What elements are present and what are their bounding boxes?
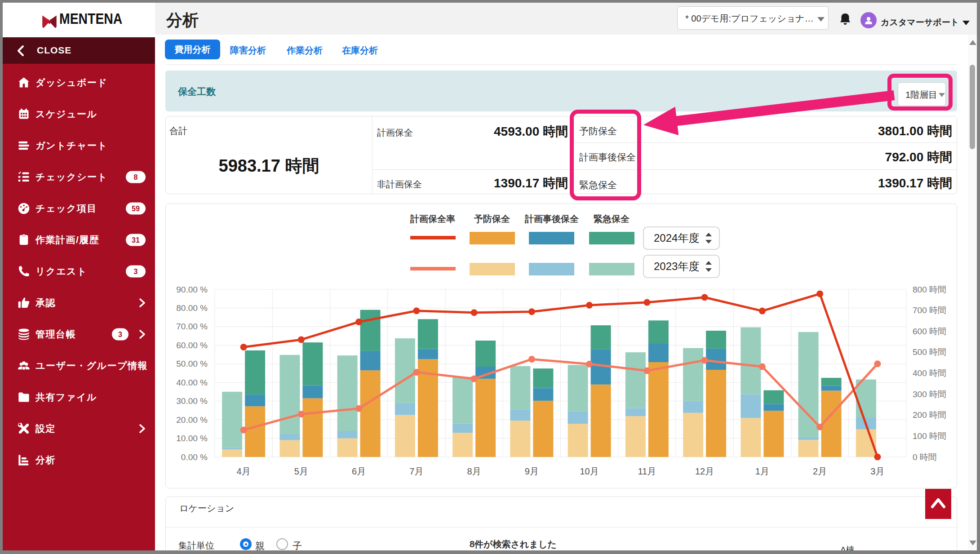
svg-text:700 時間: 700 時間 xyxy=(913,306,946,315)
svg-text:0 時間: 0 時間 xyxy=(913,452,937,462)
svg-text:1月: 1月 xyxy=(755,466,769,476)
svg-text:8月: 8月 xyxy=(467,466,481,476)
svg-text:計画保全率: 計画保全率 xyxy=(410,214,455,224)
svg-text:予防保全: 予防保全 xyxy=(474,214,510,224)
svg-text:600 時間: 600 時間 xyxy=(913,327,946,336)
svg-text:7月: 7月 xyxy=(409,466,423,476)
svg-text:40.00 %: 40.00 % xyxy=(176,378,208,387)
svg-text:60.00 %: 60.00 % xyxy=(176,341,208,350)
svg-text:計画事後保全: 計画事後保全 xyxy=(524,214,579,224)
svg-text:6月: 6月 xyxy=(352,466,366,476)
svg-text:800 時間: 800 時間 xyxy=(913,285,946,294)
svg-text:90.00 %: 90.00 % xyxy=(176,285,208,294)
svg-text:30.00 %: 30.00 % xyxy=(176,396,208,406)
svg-text:2024年度: 2024年度 xyxy=(654,232,699,244)
svg-text:2月: 2月 xyxy=(813,466,827,476)
svg-text:500 時間: 500 時間 xyxy=(913,347,946,357)
svg-text:10.00 %: 10.00 % xyxy=(176,434,208,443)
svg-text:5月: 5月 xyxy=(294,466,308,476)
svg-text:9月: 9月 xyxy=(525,466,539,476)
svg-text:80.00 %: 80.00 % xyxy=(176,303,208,313)
svg-text:50.00 %: 50.00 % xyxy=(176,359,208,368)
svg-text:70.00 %: 70.00 % xyxy=(176,322,208,331)
svg-text:緊急保全: 緊急保全 xyxy=(594,214,630,224)
svg-text:20.00 %: 20.00 % xyxy=(176,415,208,425)
svg-text:400 時間: 400 時間 xyxy=(913,368,946,378)
svg-text:12月: 12月 xyxy=(695,466,714,476)
svg-text:2023年度: 2023年度 xyxy=(654,260,699,272)
svg-text:3月: 3月 xyxy=(870,466,884,476)
svg-text:10月: 10月 xyxy=(580,466,599,476)
svg-text:0.00 %: 0.00 % xyxy=(181,452,208,462)
svg-text:4月: 4月 xyxy=(237,466,251,476)
svg-text:100 時間: 100 時間 xyxy=(913,431,946,441)
svg-text:300 時間: 300 時間 xyxy=(913,390,946,399)
svg-text:11月: 11月 xyxy=(638,466,656,476)
svg-text:200 時間: 200 時間 xyxy=(913,410,946,420)
